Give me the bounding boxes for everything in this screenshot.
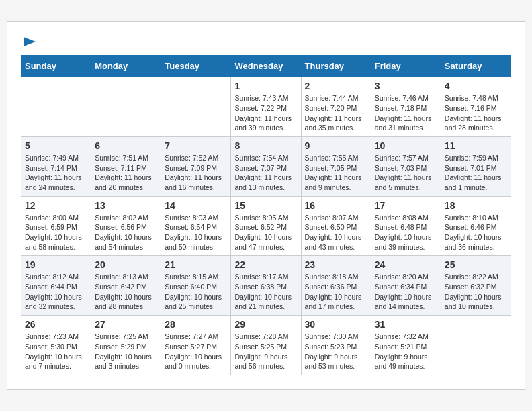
calendar-cell: 15Sunrise: 8:05 AM Sunset: 6:52 PM Dayli… [231,196,301,256]
calendar-week-row: 1Sunrise: 7:43 AM Sunset: 7:22 PM Daylig… [21,77,511,137]
calendar-cell: 11Sunrise: 7:59 AM Sunset: 7:01 PM Dayli… [441,136,511,196]
day-number: 8 [234,140,297,151]
weekday-header-thursday: Thursday [301,56,371,77]
calendar-cell: 19Sunrise: 8:12 AM Sunset: 6:44 PM Dayli… [21,256,91,316]
day-number: 7 [165,140,227,151]
day-number: 22 [234,259,297,270]
day-number: 12 [25,200,87,211]
calendar-cell: 22Sunrise: 8:17 AM Sunset: 6:38 PM Dayli… [231,256,301,316]
day-info: Sunrise: 8:08 AM Sunset: 6:48 PM Dayligh… [375,213,437,253]
day-number: 6 [95,140,157,151]
day-number: 15 [234,200,297,211]
header-section [21,36,511,45]
calendar-table: SundayMondayTuesdayWednesdayThursdayFrid… [21,55,511,375]
calendar-cell [91,77,161,137]
day-info: Sunrise: 7:54 AM Sunset: 7:07 PM Dayligh… [234,153,297,193]
day-number: 27 [95,319,157,330]
calendar-cell: 1Sunrise: 7:43 AM Sunset: 7:22 PM Daylig… [231,77,301,137]
day-number: 24 [375,259,437,270]
calendar-cell [21,77,91,137]
day-info: Sunrise: 8:07 AM Sunset: 6:50 PM Dayligh… [305,213,367,253]
day-number: 30 [305,319,367,330]
weekday-header-monday: Monday [91,56,161,77]
day-number: 25 [445,259,507,270]
logo-flag-icon [22,36,37,48]
calendar-cell: 14Sunrise: 8:03 AM Sunset: 6:54 PM Dayli… [161,196,231,256]
day-info: Sunrise: 7:25 AM Sunset: 5:29 PM Dayligh… [95,332,157,371]
day-number: 16 [305,200,367,211]
calendar-cell: 20Sunrise: 8:13 AM Sunset: 6:42 PM Dayli… [91,256,161,316]
day-info: Sunrise: 8:03 AM Sunset: 6:54 PM Dayligh… [165,213,227,253]
day-info: Sunrise: 8:22 AM Sunset: 6:32 PM Dayligh… [445,272,507,312]
calendar-cell: 12Sunrise: 8:00 AM Sunset: 6:59 PM Dayli… [21,196,91,256]
day-info: Sunrise: 7:44 AM Sunset: 7:20 PM Dayligh… [305,93,367,133]
calendar-cell: 25Sunrise: 8:22 AM Sunset: 6:32 PM Dayli… [441,256,511,316]
day-number: 14 [165,200,227,211]
day-number: 29 [234,319,297,330]
day-info: Sunrise: 7:57 AM Sunset: 7:03 PM Dayligh… [375,153,437,193]
day-info: Sunrise: 8:12 AM Sunset: 6:44 PM Dayligh… [25,272,87,312]
calendar-cell: 16Sunrise: 8:07 AM Sunset: 6:50 PM Dayli… [301,196,371,256]
day-info: Sunrise: 8:02 AM Sunset: 6:56 PM Dayligh… [95,213,157,253]
weekday-header-saturday: Saturday [441,56,511,77]
day-info: Sunrise: 7:59 AM Sunset: 7:01 PM Dayligh… [445,153,507,193]
day-number: 20 [95,259,157,270]
calendar-cell: 17Sunrise: 8:08 AM Sunset: 6:48 PM Dayli… [371,196,441,256]
day-number: 10 [375,140,437,151]
day-number: 1 [234,81,297,91]
calendar-cell: 2Sunrise: 7:44 AM Sunset: 7:20 PM Daylig… [301,77,371,137]
calendar-container: SundayMondayTuesdayWednesdayThursdayFrid… [7,21,525,390]
day-info: Sunrise: 7:28 AM Sunset: 5:25 PM Dayligh… [234,332,297,371]
calendar-cell: 27Sunrise: 7:25 AM Sunset: 5:29 PM Dayli… [91,316,161,375]
calendar-cell: 8Sunrise: 7:54 AM Sunset: 7:07 PM Daylig… [231,136,301,196]
day-number: 5 [25,140,87,151]
calendar-week-row: 12Sunrise: 8:00 AM Sunset: 6:59 PM Dayli… [21,196,511,256]
day-info: Sunrise: 7:51 AM Sunset: 7:11 PM Dayligh… [95,153,157,193]
day-info: Sunrise: 8:17 AM Sunset: 6:38 PM Dayligh… [234,272,297,312]
calendar-cell: 6Sunrise: 7:51 AM Sunset: 7:11 PM Daylig… [91,136,161,196]
calendar-cell: 26Sunrise: 7:23 AM Sunset: 5:30 PM Dayli… [21,316,91,375]
calendar-cell: 18Sunrise: 8:10 AM Sunset: 6:46 PM Dayli… [441,196,511,256]
day-info: Sunrise: 8:05 AM Sunset: 6:52 PM Dayligh… [234,213,297,253]
calendar-cell: 9Sunrise: 7:55 AM Sunset: 7:05 PM Daylig… [301,136,371,196]
calendar-cell: 13Sunrise: 8:02 AM Sunset: 6:56 PM Dayli… [91,196,161,256]
calendar-cell: 28Sunrise: 7:27 AM Sunset: 5:27 PM Dayli… [161,316,231,375]
day-info: Sunrise: 7:32 AM Sunset: 5:21 PM Dayligh… [375,332,437,371]
weekday-header-sunday: Sunday [21,56,91,77]
weekday-header-wednesday: Wednesday [231,56,301,77]
day-info: Sunrise: 7:23 AM Sunset: 5:30 PM Dayligh… [25,332,87,371]
day-number: 23 [305,259,367,270]
day-number: 18 [445,200,507,211]
calendar-cell: 4Sunrise: 7:48 AM Sunset: 7:16 PM Daylig… [441,77,511,137]
calendar-cell: 23Sunrise: 8:18 AM Sunset: 6:36 PM Dayli… [301,256,371,316]
day-info: Sunrise: 7:52 AM Sunset: 7:09 PM Dayligh… [165,153,227,193]
calendar-cell: 10Sunrise: 7:57 AM Sunset: 7:03 PM Dayli… [371,136,441,196]
day-number: 11 [445,140,507,151]
day-info: Sunrise: 7:30 AM Sunset: 5:23 PM Dayligh… [305,332,367,371]
calendar-cell [161,77,231,137]
day-info: Sunrise: 8:13 AM Sunset: 6:42 PM Dayligh… [95,272,157,312]
logo [21,36,37,45]
calendar-cell: 31Sunrise: 7:32 AM Sunset: 5:21 PM Dayli… [371,316,441,375]
calendar-cell: 5Sunrise: 7:49 AM Sunset: 7:14 PM Daylig… [21,136,91,196]
day-number: 19 [25,259,87,270]
calendar-cell: 30Sunrise: 7:30 AM Sunset: 5:23 PM Dayli… [301,316,371,375]
day-number: 9 [305,140,367,151]
weekday-header-tuesday: Tuesday [161,56,231,77]
svg-marker-0 [24,37,36,46]
day-info: Sunrise: 8:00 AM Sunset: 6:59 PM Dayligh… [25,213,87,253]
day-info: Sunrise: 7:48 AM Sunset: 7:16 PM Dayligh… [445,93,507,133]
calendar-cell [441,316,511,375]
calendar-cell: 3Sunrise: 7:46 AM Sunset: 7:18 PM Daylig… [371,77,441,137]
day-number: 26 [25,319,87,330]
weekday-header-friday: Friday [371,56,441,77]
day-number: 21 [165,259,227,270]
weekday-header-row: SundayMondayTuesdayWednesdayThursdayFrid… [21,56,511,77]
calendar-week-row: 26Sunrise: 7:23 AM Sunset: 5:30 PM Dayli… [21,316,511,375]
day-number: 4 [445,81,507,91]
day-number: 28 [165,319,227,330]
day-number: 3 [375,81,437,91]
day-info: Sunrise: 7:46 AM Sunset: 7:18 PM Dayligh… [375,93,437,133]
calendar-cell: 7Sunrise: 7:52 AM Sunset: 7:09 PM Daylig… [161,136,231,196]
calendar-week-row: 19Sunrise: 8:12 AM Sunset: 6:44 PM Dayli… [21,256,511,316]
